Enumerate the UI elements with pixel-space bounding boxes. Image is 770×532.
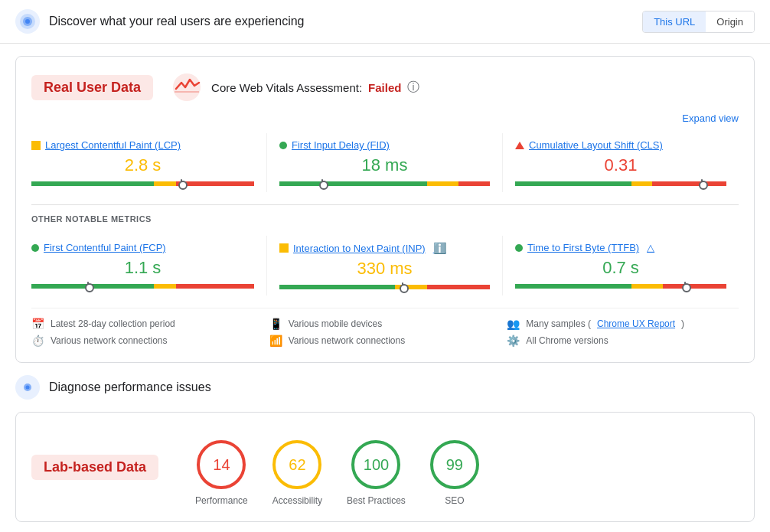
mobile-icon: 📱 — [269, 318, 282, 330]
score-performance-label: Performance — [195, 495, 248, 506]
real-user-badge: Real User Data — [31, 75, 153, 100]
users-icon: 👥 — [507, 318, 520, 330]
cls-bar-indicator — [701, 179, 703, 188]
metric-cls-bar — [515, 181, 726, 186]
score-performance-circle: 14 — [197, 440, 246, 489]
score-performance: 14 Performance — [195, 440, 248, 506]
metric-lcp-bar — [31, 181, 254, 186]
metric-fcp-value: 1.1 s — [31, 258, 254, 278]
lab-data-card: Lab-based Data 14 Performance 62 Accessi… — [15, 412, 755, 522]
chrome-ux-report-link[interactable]: Chrome UX Report — [597, 318, 675, 329]
app-icon — [15, 9, 40, 34]
footer-chrome-ux: 👥 Many samples (Chrome UX Report) — [507, 318, 739, 330]
fcp-bar-indicator — [87, 282, 89, 291]
other-metrics-grid: First Contentful Paint (FCP) 1.1 s Inter… — [31, 236, 739, 295]
metric-fcp: First Contentful Paint (FCP) 1.1 s — [31, 236, 267, 295]
metric-fid-name[interactable]: First Input Delay (FID) — [279, 139, 490, 151]
diagnose-header: Diagnose performance issues — [15, 375, 755, 400]
lcp-indicator-square — [31, 141, 41, 150]
diagnose-title: Diagnose performance issues — [49, 380, 211, 394]
main-content: Real User Data Core Web Vitals Assessmen… — [0, 44, 770, 532]
header-left: Discover what your real users are experi… — [15, 9, 304, 34]
expand-view-link[interactable]: Expand view — [682, 113, 739, 124]
footer-collection-period: 📅 Latest 28-day collection period — [31, 318, 263, 330]
score-best-practices-label: Best Practices — [347, 495, 406, 506]
score-best-practices-circle: 100 — [351, 440, 400, 489]
metric-inp-value: 330 ms — [279, 259, 490, 279]
metric-inp: Interaction to Next Paint (INP) ℹ️ 330 m… — [267, 236, 503, 295]
assessment-status: Failed — [368, 81, 401, 94]
this-url-button[interactable]: This URL — [643, 11, 706, 32]
assessment-help-icon[interactable]: ⓘ — [407, 80, 419, 96]
origin-button[interactable]: Origin — [706, 11, 754, 32]
lcp-bar-indicator — [181, 179, 182, 188]
metric-ttfb: Time to First Byte (TTFB) △ 0.7 s — [503, 236, 739, 295]
fid-bar-indicator — [321, 179, 323, 188]
cls-bar-red — [652, 181, 726, 186]
metric-ttfb-bar — [515, 284, 726, 289]
metric-cls-name[interactable]: Cumulative Layout Shift (CLS) — [515, 139, 726, 151]
footer-col-2: 📱 Various mobile devices 📶 Various netwo… — [269, 318, 501, 347]
metric-lcp-name[interactable]: Largest Contentful Paint (LCP) — [31, 139, 254, 151]
score-seo-circle: 99 — [430, 440, 479, 489]
inp-indicator-square — [279, 243, 289, 253]
metric-fid: First Input Delay (FID) 18 ms — [267, 133, 503, 192]
inp-bar-red — [427, 285, 491, 289]
metric-cls-value: 0.31 — [515, 155, 726, 175]
footer-col-1: 📅 Latest 28-day collection period ⏱️ Var… — [31, 318, 263, 347]
ttfb-indicator-dot — [515, 244, 523, 252]
footer-col-3: 👥 Many samples (Chrome UX Report) ⚙️ All… — [507, 318, 739, 347]
calendar-icon: 📅 — [31, 318, 44, 330]
metric-ttfb-name[interactable]: Time to First Byte (TTFB) △ — [515, 242, 726, 253]
url-origin-toggle[interactable]: This URL Origin — [642, 11, 755, 33]
other-metrics-label: OTHER NOTABLE METRICS — [31, 214, 739, 224]
ttfb-bar-red — [663, 284, 726, 289]
network-icon: 📶 — [269, 335, 282, 347]
score-seo: 99 SEO — [430, 440, 479, 506]
ttfb-bar-orange — [631, 284, 663, 289]
score-best-practices: 100 Best Practices — [347, 440, 406, 506]
ttfb-bar-indicator — [684, 282, 686, 291]
metric-cls: Cumulative Layout Shift (CLS) 0.31 — [503, 133, 739, 192]
cls-indicator-triangle — [515, 142, 524, 149]
metric-fcp-name[interactable]: First Contentful Paint (FCP) — [31, 242, 254, 253]
lcp-bar-red — [176, 181, 254, 186]
cls-bar-orange — [631, 181, 653, 186]
metric-ttfb-value: 0.7 s — [515, 258, 726, 278]
score-accessibility-circle: 62 — [272, 440, 321, 489]
section-divider — [31, 204, 739, 205]
diagnose-icon — [15, 375, 40, 400]
fcp-bar-red — [176, 284, 254, 289]
metric-inp-name[interactable]: Interaction to Next Paint (INP) ℹ️ — [279, 242, 490, 254]
footer-chrome-versions: ⚙️ All Chrome versions — [507, 335, 739, 347]
ttfb-bar-green — [515, 284, 631, 289]
assessment-label: Core Web Vitals Assessment: — [211, 81, 362, 94]
header-title: Discover what your real users are experi… — [49, 15, 304, 28]
header: Discover what your real users are experi… — [0, 0, 770, 44]
fid-bar-red — [458, 181, 490, 186]
ttfb-external-icon[interactable]: △ — [647, 242, 654, 253]
fid-bar-green — [279, 181, 427, 186]
timer-icon: ⏱️ — [31, 335, 44, 347]
metric-lcp: Largest Contentful Paint (LCP) 2.8 s — [31, 133, 267, 192]
scores-grid: 14 Performance 62 Accessibility 100 — [195, 440, 479, 506]
score-seo-label: SEO — [445, 495, 464, 506]
lcp-bar-green — [31, 181, 154, 186]
svg-point-7 — [26, 386, 30, 390]
info-footer: 📅 Latest 28-day collection period ⏱️ Var… — [31, 308, 739, 347]
fcp-indicator-dot — [31, 244, 39, 252]
real-user-data-card: Real User Data Core Web Vitals Assessmen… — [15, 56, 755, 363]
core-vitals-assessment: Core Web Vitals Assessment: Failed ⓘ — [211, 80, 419, 96]
score-accessibility: 62 Accessibility — [272, 440, 322, 506]
inp-bar-green — [279, 285, 395, 289]
lab-data-badge: Lab-based Data — [31, 455, 158, 480]
footer-network: 📶 Various network connections — [269, 335, 501, 347]
inp-info-icon[interactable]: ℹ️ — [433, 242, 446, 254]
lcp-bar-orange — [154, 181, 176, 186]
chrome-icon: ⚙️ — [507, 335, 520, 347]
svg-point-2 — [25, 19, 30, 24]
metric-inp-bar — [279, 285, 490, 289]
score-accessibility-label: Accessibility — [272, 495, 322, 506]
main-metrics-grid: Largest Contentful Paint (LCP) 2.8 s Fir… — [31, 133, 739, 192]
core-vitals-icon — [171, 72, 202, 103]
